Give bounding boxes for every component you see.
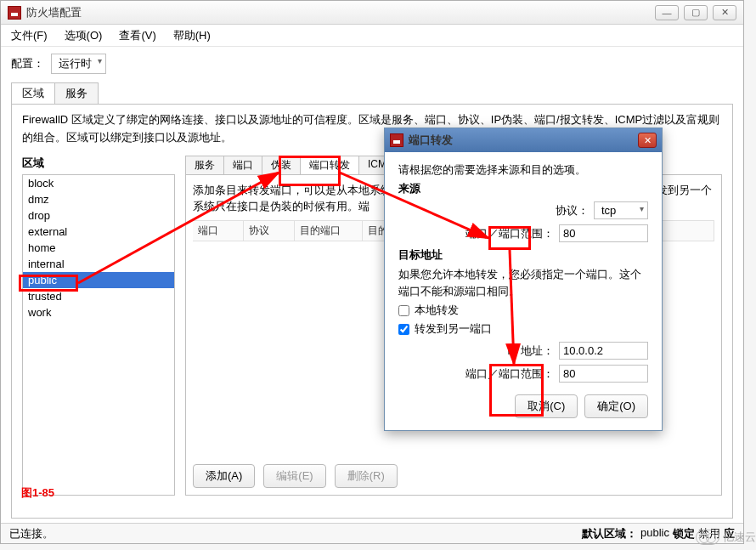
zone-item-block[interactable]: block: [23, 175, 174, 191]
dest-heading: 目标地址: [398, 247, 648, 263]
menu-file[interactable]: 文件(F): [3, 26, 56, 46]
subtab-ports[interactable]: 端口: [223, 156, 262, 174]
forward-other-check[interactable]: 转发到另一端口: [398, 321, 648, 337]
local-forward-check[interactable]: 本地转发: [398, 303, 648, 318]
source-port-input[interactable]: [559, 224, 648, 242]
menu-options[interactable]: 选项(O): [56, 26, 111, 46]
zone-item-home[interactable]: home: [23, 240, 174, 256]
col-proto[interactable]: 协议: [244, 221, 295, 241]
config-label: 配置：: [11, 56, 44, 71]
status-connected: 已连接。: [9, 526, 54, 541]
col-port[interactable]: 端口: [193, 221, 244, 241]
config-row: 配置： 运行时: [1, 47, 743, 77]
status-lock: 锁定: [673, 526, 695, 541]
menu-help[interactable]: 帮助(H): [165, 26, 219, 46]
remove-button[interactable]: 删除(R): [335, 464, 398, 488]
zone-item-drop[interactable]: drop: [23, 207, 174, 224]
dest-note: 如果您允许本地转发，您必须指定一个端口。这个端口不能和源端口相同。: [398, 266, 648, 299]
zone-item-external[interactable]: external: [23, 224, 174, 240]
subtab-portfw[interactable]: 端口转发: [300, 156, 359, 174]
proto-label: 协议：: [556, 203, 589, 218]
menu-view[interactable]: 查看(V): [110, 26, 164, 46]
proto-combo[interactable]: tcp: [594, 201, 648, 219]
cancel-button[interactable]: 取消(C): [515, 394, 578, 418]
dialog-icon: [390, 133, 403, 147]
figure-label: 图1-85: [21, 485, 54, 501]
zone-item-dmz[interactable]: dmz: [23, 191, 174, 207]
status-zone: public: [640, 526, 669, 541]
edit-button[interactable]: 编辑(E): [263, 464, 325, 488]
zone-item-public[interactable]: public: [23, 272, 174, 288]
dialog-title: 端口转发: [409, 133, 638, 148]
ok-button[interactable]: 确定(O): [584, 394, 648, 418]
subtab-masq[interactable]: 伪装: [262, 156, 301, 174]
tab-zone[interactable]: 区域: [11, 82, 55, 104]
menubar: 文件(F) 选项(O) 查看(V) 帮助(H): [1, 25, 743, 47]
zone-panel-title: 区域: [22, 156, 175, 171]
watermark: 亿速云: [696, 530, 756, 545]
config-combo[interactable]: 运行时: [51, 54, 106, 74]
close-button[interactable]: ✕: [713, 5, 736, 20]
status-default-zone-label: 默认区域：: [582, 526, 637, 541]
window-title: 防火墙配置: [26, 5, 655, 20]
zone-list[interactable]: block dmz drop external home internal pu…: [22, 174, 175, 496]
forward-other-checkbox[interactable]: [398, 324, 409, 335]
watermark-icon: [696, 530, 719, 545]
source-port-label: 端口／端口范围：: [465, 226, 554, 241]
zone-item-internal[interactable]: internal: [23, 256, 174, 272]
titlebar: 防火墙配置 — ▢ ✕: [1, 1, 743, 25]
dest-port-label: 端口／端口范围：: [465, 366, 554, 382]
dialog-instruction: 请根据您的需要选择来源和目的选项。: [398, 162, 648, 178]
statusbar: 已连接。 默认区域： public 锁定 禁用 应: [1, 523, 743, 543]
add-button[interactable]: 添加(A): [193, 464, 255, 488]
source-heading: 来源: [398, 181, 648, 196]
zone-item-work[interactable]: work: [23, 304, 174, 320]
maximize-button[interactable]: ▢: [684, 5, 708, 20]
tab-service[interactable]: 服务: [54, 82, 99, 104]
dialog-titlebar: 端口转发 ✕: [385, 128, 662, 152]
ip-label: IP 地址：: [507, 343, 554, 359]
local-forward-checkbox[interactable]: [398, 305, 409, 316]
port-forward-dialog: 端口转发 ✕ 请根据您的需要选择来源和目的选项。 来源 协议： tcp 端口／端…: [384, 128, 663, 431]
dest-port-input[interactable]: [559, 365, 648, 383]
dialog-close-button[interactable]: ✕: [638, 133, 657, 148]
col-toport[interactable]: 目的端口: [295, 221, 363, 241]
minimize-button[interactable]: —: [655, 5, 679, 20]
firewall-app-icon: [8, 6, 21, 20]
subtab-services[interactable]: 服务: [185, 156, 224, 174]
ip-input[interactable]: [559, 342, 648, 360]
zone-item-trusted[interactable]: trusted: [23, 288, 174, 304]
